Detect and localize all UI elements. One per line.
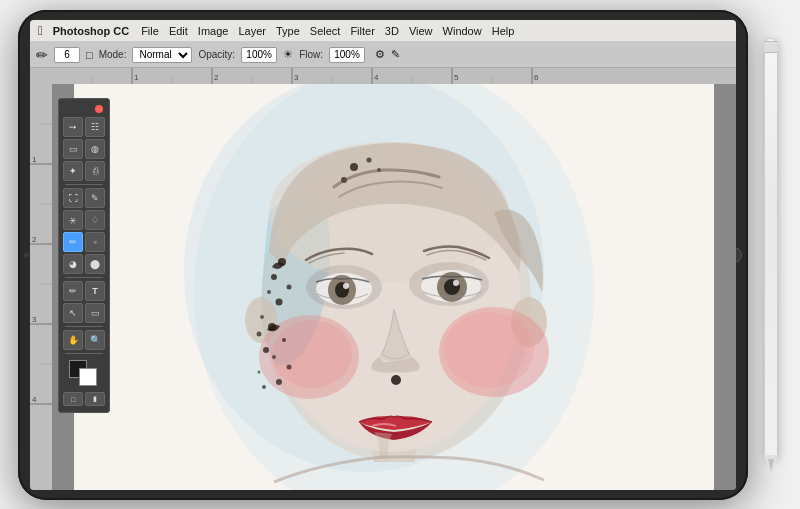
menu-help[interactable]: Help bbox=[492, 25, 515, 37]
options-bar: ✏ □ Mode: Normal Multiply Screen Opacity… bbox=[30, 42, 736, 68]
pencil-tip-inner bbox=[768, 459, 774, 471]
standard-mode[interactable]: □ bbox=[63, 392, 83, 406]
brush-tool[interactable]: ✏ bbox=[63, 232, 83, 252]
ruler-top: 1 2 3 4 5 6 bbox=[52, 68, 736, 84]
svg-point-68 bbox=[350, 163, 358, 171]
toolbox-close-button[interactable] bbox=[95, 105, 103, 113]
type-tool[interactable]: T bbox=[85, 281, 105, 301]
tool-row-9: ↖ ▭ bbox=[61, 303, 107, 323]
apple-pencil bbox=[764, 38, 778, 458]
svg-text:4: 4 bbox=[32, 395, 37, 404]
pencil-band bbox=[764, 41, 778, 53]
tool-divider-1 bbox=[65, 184, 103, 185]
tool-divider-3 bbox=[65, 326, 103, 327]
eyedropper-tool[interactable]: ⛶ bbox=[63, 188, 83, 208]
heal-tool[interactable]: ⚹ bbox=[63, 210, 83, 230]
svg-point-62 bbox=[263, 347, 269, 353]
mask-row: □ ▮ bbox=[61, 392, 107, 406]
quick-mask[interactable]: ▮ bbox=[85, 392, 105, 406]
svg-point-63 bbox=[272, 355, 276, 359]
svg-point-51 bbox=[453, 280, 459, 286]
flow-input[interactable] bbox=[329, 47, 365, 63]
svg-point-57 bbox=[276, 299, 283, 306]
svg-point-50 bbox=[343, 283, 349, 289]
svg-text:1: 1 bbox=[32, 155, 37, 164]
svg-point-58 bbox=[260, 315, 264, 319]
artwork-canvas[interactable] bbox=[74, 84, 714, 490]
path-select-tool[interactable]: ↖ bbox=[63, 303, 83, 323]
tool-row-1: ➙ ☷ bbox=[61, 117, 107, 137]
tool-divider-4 bbox=[65, 353, 103, 354]
menu-edit[interactable]: Edit bbox=[169, 25, 188, 37]
ipad-camera bbox=[24, 253, 29, 258]
toolbox-header bbox=[61, 103, 107, 115]
svg-point-54 bbox=[271, 274, 277, 280]
svg-point-69 bbox=[367, 158, 372, 163]
tool-divider-2 bbox=[65, 277, 103, 278]
artboard-tool[interactable]: ☷ bbox=[85, 117, 105, 137]
ipad-device:  Photoshop CC File Edit Image Layer Typ… bbox=[18, 10, 748, 500]
brush-size-input[interactable] bbox=[54, 47, 80, 63]
move-tool[interactable]: ➙ bbox=[63, 117, 83, 137]
crop-tool[interactable]: ⎙ bbox=[85, 161, 105, 181]
settings-icon: ✎ bbox=[391, 48, 400, 61]
tool-row-7: ◕ ⬤ bbox=[61, 254, 107, 274]
svg-text:3: 3 bbox=[32, 315, 37, 324]
pen-tool[interactable]: ✏ bbox=[63, 281, 83, 301]
shape-tool[interactable]: ▭ bbox=[85, 303, 105, 323]
svg-point-56 bbox=[267, 290, 271, 294]
background-color[interactable] bbox=[79, 368, 97, 386]
blur-tool[interactable]: ◕ bbox=[63, 254, 83, 274]
svg-point-60 bbox=[257, 332, 262, 337]
scene:  Photoshop CC File Edit Image Layer Typ… bbox=[0, 0, 800, 509]
menu-filter[interactable]: Filter bbox=[350, 25, 374, 37]
menu-select[interactable]: Select bbox=[310, 25, 341, 37]
svg-point-66 bbox=[276, 379, 282, 385]
smoothing-icon: ⚙ bbox=[375, 48, 385, 61]
svg-point-65 bbox=[258, 371, 261, 374]
tool-row-3: ✦ ⎙ bbox=[61, 161, 107, 181]
marquee-tool[interactable]: ▭ bbox=[63, 139, 83, 159]
wand-tool[interactable]: ✦ bbox=[63, 161, 83, 181]
menu-3d[interactable]: 3D bbox=[385, 25, 399, 37]
tool-row-5: ⚹ ♢ bbox=[61, 210, 107, 230]
menu-file[interactable]: File bbox=[141, 25, 159, 37]
mode-select[interactable]: Normal Multiply Screen bbox=[132, 47, 192, 63]
svg-text:2: 2 bbox=[214, 73, 219, 82]
hand-tool[interactable]: ✋ bbox=[63, 330, 83, 350]
svg-text:1: 1 bbox=[134, 73, 139, 82]
tool-row-6: ✏ ▫ bbox=[61, 232, 107, 252]
svg-text:2: 2 bbox=[32, 235, 37, 244]
tool-row-10: ✋ 🔍 bbox=[61, 330, 107, 350]
apple-icon:  bbox=[38, 23, 43, 38]
dodge-tool[interactable]: ⬤ bbox=[85, 254, 105, 274]
opacity-input[interactable] bbox=[241, 47, 277, 63]
menu-type[interactable]: Type bbox=[276, 25, 300, 37]
tool-row-8: ✏ T bbox=[61, 281, 107, 301]
svg-text:3: 3 bbox=[294, 73, 299, 82]
menu-window[interactable]: Window bbox=[443, 25, 482, 37]
app-name[interactable]: Photoshop CC bbox=[53, 25, 129, 37]
menu-layer[interactable]: Layer bbox=[238, 25, 266, 37]
svg-point-52 bbox=[391, 375, 401, 385]
photoshop-ui:  Photoshop CC File Edit Image Layer Typ… bbox=[30, 20, 736, 490]
ruler-corner bbox=[30, 68, 52, 84]
svg-point-64 bbox=[287, 365, 292, 370]
eraser-tool[interactable]: ▫ bbox=[85, 232, 105, 252]
menu-image[interactable]: Image bbox=[198, 25, 229, 37]
mode-label: Mode: bbox=[99, 49, 127, 60]
ruler-tool[interactable]: ✎ bbox=[85, 188, 105, 208]
airbrush-icon: ☀ bbox=[283, 48, 293, 61]
svg-text:5: 5 bbox=[454, 73, 459, 82]
lasso-tool[interactable]: ◍ bbox=[85, 139, 105, 159]
svg-point-39 bbox=[444, 312, 534, 388]
svg-point-55 bbox=[287, 285, 292, 290]
toolbox-panel: ➙ ☷ ▭ ◍ ✦ ⎙ ⛶ bbox=[58, 98, 110, 413]
menu-bar:  Photoshop CC File Edit Image Layer Typ… bbox=[30, 20, 736, 42]
flow-label: Flow: bbox=[299, 49, 323, 60]
workspace: 1 2 3 4 5 6 bbox=[30, 68, 736, 490]
menu-view[interactable]: View bbox=[409, 25, 433, 37]
ipad-screen:  Photoshop CC File Edit Image Layer Typ… bbox=[30, 20, 736, 490]
zoom-tool[interactable]: 🔍 bbox=[85, 330, 105, 350]
clone-tool[interactable]: ♢ bbox=[85, 210, 105, 230]
